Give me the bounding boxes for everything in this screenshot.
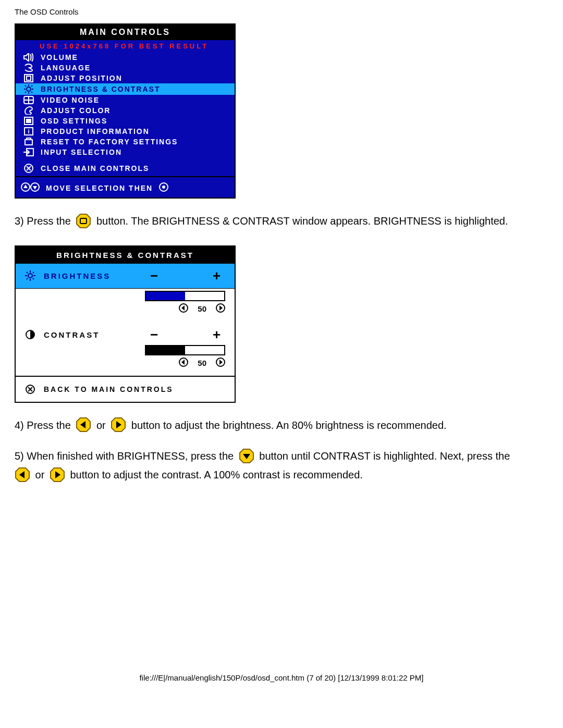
- left-arrow-icon[interactable]: [179, 303, 188, 314]
- osd-item-product-info[interactable]: i PRODUCT INFORMATION: [16, 126, 235, 137]
- contrast-label: CONTRAST: [40, 330, 147, 339]
- osd-settings-icon: [21, 117, 36, 125]
- left-arrow-icon[interactable]: [179, 357, 188, 368]
- instruction-3: 3) Press the button. The BRIGHTNESS & CO…: [15, 211, 548, 230]
- reset-icon: [21, 138, 36, 146]
- plus-icon: +: [210, 268, 225, 284]
- ok-button-icon: [76, 213, 91, 229]
- color-icon: [21, 106, 36, 115]
- osd-item-close[interactable]: CLOSE MAIN CONTROLS: [16, 163, 235, 174]
- noise-icon: [21, 96, 36, 104]
- brightness-value: 50: [198, 304, 206, 313]
- svg-point-28: [28, 274, 32, 278]
- bc-row-brightness[interactable]: BRIGHTNESS − +: [16, 264, 235, 289]
- brightness-icon: [21, 84, 36, 94]
- osd-item-label: RESET TO FACTORY SETTINGS: [36, 138, 178, 146]
- osd-item-language[interactable]: LANGUAGE: [16, 63, 235, 73]
- contrast-meter: [145, 345, 225, 355]
- svg-point-2: [27, 87, 31, 91]
- brightness-label: BRIGHTNESS: [40, 272, 147, 280]
- page-header: The OSD Controls: [15, 7, 548, 16]
- input-icon: [21, 148, 36, 156]
- volume-icon: [21, 53, 36, 61]
- osd-item-label: INPUT SELECTION: [36, 148, 122, 156]
- svg-point-25: [162, 186, 165, 189]
- osd-item-video-noise[interactable]: VIDEO NOISE: [16, 95, 235, 105]
- contrast-value: 50: [198, 359, 206, 367]
- footer-path: file:///E|/manual/english/150P/osd/osd_c…: [0, 496, 563, 693]
- osd-footer-hint: MOVE SELECTION THEN: [16, 179, 235, 198]
- svg-line-36: [27, 278, 28, 279]
- instruction-5: 5) When finished with BRIGHTNESS, press …: [15, 446, 548, 483]
- footer-hint-text: MOVE SELECTION THEN: [42, 184, 153, 192]
- bc-row-contrast[interactable]: CONTRAST − +: [16, 322, 235, 343]
- language-icon: [21, 64, 36, 72]
- contrast-icon: [25, 329, 40, 340]
- svg-rect-18: [25, 140, 32, 145]
- right-button-icon: [111, 417, 126, 433]
- osd-item-label: ADJUST COLOR: [36, 106, 111, 115]
- osd-item-label: CLOSE MAIN CONTROLS: [36, 164, 149, 172]
- ok-circle-icon: [159, 182, 168, 193]
- svg-line-8: [31, 92, 32, 93]
- osd-item-label: LANGUAGE: [36, 64, 91, 72]
- left-button-icon: [15, 467, 30, 483]
- info-icon: i: [21, 127, 36, 135]
- osd-notice: USE 1024x768 FOR BEST RESULT: [16, 40, 235, 52]
- osd-item-label: ADJUST POSITION: [36, 74, 123, 82]
- osd-item-position[interactable]: ADJUST POSITION: [16, 73, 235, 83]
- svg-rect-19: [27, 138, 31, 140]
- svg-text:i: i: [28, 128, 29, 134]
- svg-rect-15: [26, 119, 31, 123]
- svg-line-7: [25, 85, 26, 87]
- right-arrow-icon[interactable]: [216, 357, 225, 368]
- close-icon: [21, 164, 36, 173]
- brightness-contrast-panel: BRIGHTNESS & CONTRAST BRIGHTNESS − + 50: [15, 245, 236, 403]
- minus-icon: −: [147, 268, 163, 284]
- svg-rect-1: [27, 76, 31, 80]
- osd-item-label: OSD SETTINGS: [36, 117, 107, 125]
- osd-item-label: PRODUCT INFORMATION: [36, 127, 150, 135]
- svg-line-9: [31, 85, 32, 87]
- minus-icon: −: [147, 327, 163, 343]
- brightness-icon: [25, 270, 40, 281]
- svg-line-34: [33, 278, 34, 279]
- osd-item-volume[interactable]: VOLUME: [16, 52, 235, 63]
- svg-line-33: [27, 272, 28, 273]
- osd-item-brightness-contrast[interactable]: BRIGHTNESS & CONTRAST: [16, 83, 235, 95]
- svg-marker-26: [77, 214, 90, 228]
- right-button-icon: [50, 467, 65, 483]
- svg-line-35: [33, 272, 34, 273]
- plus-icon: +: [210, 327, 225, 343]
- nav-updown-icon: [21, 182, 42, 193]
- osd-item-osd-settings[interactable]: OSD SETTINGS: [16, 116, 235, 126]
- back-icon: [25, 384, 40, 394]
- osd-item-adjust-color[interactable]: ADJUST COLOR: [16, 105, 235, 116]
- left-button-icon: [76, 417, 91, 433]
- svg-line-10: [25, 92, 26, 93]
- position-icon: [21, 74, 36, 82]
- right-arrow-icon[interactable]: [216, 303, 225, 314]
- osd-item-reset[interactable]: RESET TO FACTORY SETTINGS: [16, 137, 235, 147]
- osd-item-label: BRIGHTNESS & CONTRAST: [36, 85, 160, 93]
- bc-title: BRIGHTNESS & CONTRAST: [16, 246, 235, 264]
- osd-title: MAIN CONTROLS: [16, 24, 235, 40]
- osd-item-label: VIDEO NOISE: [36, 96, 100, 104]
- osd-item-label: VOLUME: [36, 53, 78, 61]
- brightness-meter: [145, 291, 225, 301]
- back-label: BACK TO MAIN CONTROLS: [40, 385, 174, 393]
- instruction-4: 4) Press the or button to adjust the bri…: [15, 415, 548, 434]
- divider: [16, 176, 235, 177]
- down-button-icon: [239, 448, 254, 464]
- osd-main-controls: MAIN CONTROLS USE 1024x768 FOR BEST RESU…: [15, 23, 236, 199]
- osd-item-input-selection[interactable]: INPUT SELECTION: [16, 147, 235, 157]
- bc-back-row[interactable]: BACK TO MAIN CONTROLS: [16, 377, 235, 402]
